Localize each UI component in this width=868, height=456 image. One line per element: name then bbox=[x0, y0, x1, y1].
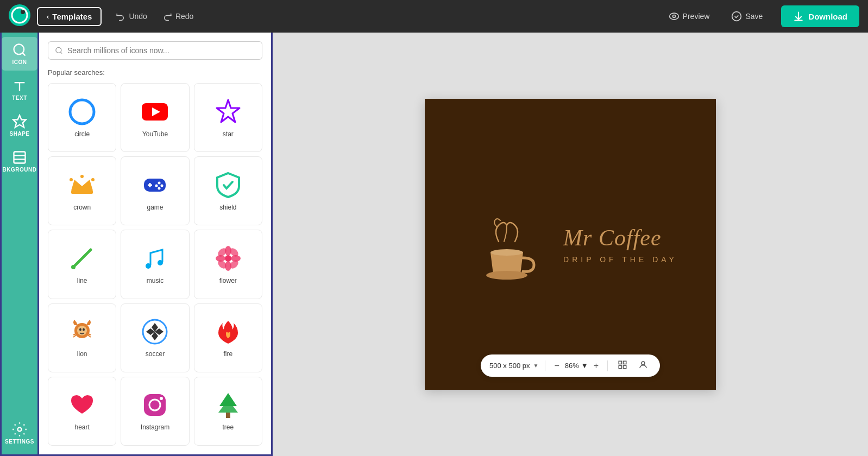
icon-grid: circleYouTubestarcrowngameshieldlinemusi… bbox=[48, 83, 262, 446]
canvas-content: Mr Coffee DRIP OF THE DAY bbox=[463, 201, 677, 288]
svg-point-72 bbox=[641, 362, 645, 365]
grid-icon bbox=[618, 360, 627, 370]
svg-marker-11 bbox=[13, 115, 26, 127]
icon-label-heart: heart bbox=[74, 423, 89, 431]
svg-point-24 bbox=[70, 178, 73, 181]
sidebar-item-settings[interactable]: SETTINGS bbox=[2, 416, 37, 450]
icon-cell-tree[interactable]: tree bbox=[194, 377, 262, 446]
svg-point-49 bbox=[79, 328, 81, 331]
icon-cell-flower[interactable]: flower bbox=[194, 230, 262, 299]
search-input[interactable] bbox=[67, 46, 255, 55]
icon-cell-heart[interactable]: heart bbox=[48, 377, 116, 446]
sidebar-settings-label: SETTINGS bbox=[5, 439, 34, 445]
icon-label-soccer: soccer bbox=[146, 350, 165, 358]
sidebar-item-shape[interactable]: SHAPE bbox=[2, 109, 37, 142]
svg-point-18 bbox=[70, 100, 94, 124]
sidebar-background-label: BKGROUND bbox=[3, 167, 37, 173]
redo-label: Redo bbox=[175, 12, 193, 21]
icon-cell-lion[interactable]: lion bbox=[48, 303, 116, 372]
search-bar[interactable] bbox=[48, 41, 262, 60]
icon-cell-youtube[interactable]: YouTube bbox=[121, 83, 189, 152]
svg-rect-65 bbox=[226, 413, 230, 418]
undo-label: Undo bbox=[129, 12, 147, 21]
sidebar-shape-label: SHAPE bbox=[10, 131, 30, 137]
icon-visual-star bbox=[214, 98, 242, 126]
search-icon bbox=[55, 46, 63, 55]
icon-label-tree: tree bbox=[222, 423, 234, 431]
icon-cell-circle[interactable]: circle bbox=[48, 83, 116, 152]
icon-cell-line[interactable]: line bbox=[48, 230, 116, 299]
svg-point-38 bbox=[225, 255, 231, 262]
icon-cell-game[interactable]: game bbox=[121, 156, 189, 225]
sidebar-item-background[interactable]: BKGROUND bbox=[2, 144, 37, 178]
canvas-wrapper: Mr Coffee DRIP OF THE DAY 500 x 500 px ▼… bbox=[425, 99, 716, 390]
save-button[interactable]: Save bbox=[724, 8, 770, 25]
icon-visual-instagram bbox=[141, 391, 169, 419]
redo-button[interactable]: Redo bbox=[157, 8, 199, 24]
svg-point-31 bbox=[161, 184, 163, 187]
icon-cell-fire[interactable]: fire bbox=[194, 303, 262, 372]
svg-line-8 bbox=[22, 53, 25, 55]
icon-label-lion: lion bbox=[77, 350, 87, 358]
svg-point-15 bbox=[18, 428, 22, 432]
icon-label-game: game bbox=[147, 204, 163, 211]
icon-label-music: music bbox=[147, 277, 163, 284]
svg-point-16 bbox=[56, 47, 61, 53]
svg-line-34 bbox=[73, 250, 91, 267]
zoom-control: − 86% ▼ + bbox=[552, 360, 601, 372]
icon-label-circle: circle bbox=[74, 130, 90, 138]
icon-label-shield: shield bbox=[219, 204, 236, 211]
svg-point-37 bbox=[158, 260, 163, 265]
icon-label-flower: flower bbox=[219, 277, 237, 284]
icon-cell-shield[interactable]: shield bbox=[194, 156, 262, 225]
zoom-caret-icon: ▼ bbox=[581, 362, 588, 370]
svg-point-35 bbox=[71, 265, 76, 269]
app-logo bbox=[9, 4, 30, 28]
svg-point-66 bbox=[486, 271, 527, 280]
icon-visual-flower bbox=[214, 244, 242, 273]
undo-button[interactable]: Undo bbox=[110, 8, 152, 24]
templates-button[interactable]: ‹ Templates bbox=[37, 7, 102, 26]
icon-cell-star[interactable]: star bbox=[194, 83, 262, 152]
icon-cell-soccer[interactable]: soccer bbox=[121, 303, 189, 372]
canvas-size-selector[interactable]: 500 x 500 px ▼ bbox=[489, 362, 538, 370]
icon-cell-instagram[interactable]: Instagram bbox=[121, 377, 189, 446]
zoom-in-button[interactable]: + bbox=[592, 360, 601, 372]
svg-line-17 bbox=[60, 52, 62, 54]
zoom-level[interactable]: 86% ▼ bbox=[565, 362, 588, 370]
design-canvas[interactable]: Mr Coffee DRIP OF THE DAY bbox=[425, 99, 716, 390]
icon-cell-music[interactable]: music bbox=[121, 230, 189, 299]
icon-visual-youtube bbox=[141, 98, 169, 126]
svg-point-67 bbox=[490, 249, 523, 256]
divider2 bbox=[607, 360, 608, 371]
sidebar-item-text[interactable]: TEXT bbox=[2, 73, 37, 106]
svg-point-30 bbox=[158, 181, 161, 184]
brand-subtitle: DRIP OF THE DAY bbox=[563, 255, 677, 264]
icon-cell-crown[interactable]: crown bbox=[48, 156, 116, 225]
layout-button[interactable] bbox=[635, 359, 651, 372]
svg-rect-23 bbox=[71, 191, 93, 194]
download-label: Download bbox=[808, 12, 847, 21]
svg-point-7 bbox=[14, 45, 24, 55]
size-caret-icon: ▼ bbox=[533, 363, 538, 369]
svg-marker-21 bbox=[217, 100, 240, 122]
svg-point-4 bbox=[669, 13, 678, 20]
svg-point-32 bbox=[155, 184, 158, 187]
zoom-out-button[interactable]: − bbox=[552, 360, 561, 372]
preview-button[interactable]: Preview bbox=[661, 8, 718, 25]
preview-label: Preview bbox=[683, 12, 710, 21]
svg-point-26 bbox=[91, 178, 95, 181]
icon-visual-fire bbox=[214, 318, 242, 346]
download-button[interactable]: Download bbox=[781, 5, 859, 27]
grid-button[interactable] bbox=[614, 359, 631, 372]
popular-searches-label: Popular searches: bbox=[48, 68, 262, 77]
canvas-area: Mr Coffee DRIP OF THE DAY 500 x 500 px ▼… bbox=[273, 33, 868, 456]
icon-visual-shield bbox=[214, 171, 242, 199]
icon-visual-lion bbox=[68, 318, 96, 346]
sidebar-item-icon[interactable]: ICON bbox=[2, 37, 37, 71]
svg-rect-71 bbox=[623, 366, 626, 369]
divider bbox=[545, 360, 545, 371]
coffee-text: Mr Coffee DRIP OF THE DAY bbox=[563, 225, 677, 264]
icon-label-crown: crown bbox=[73, 204, 91, 211]
icon-visual-heart bbox=[68, 391, 96, 419]
